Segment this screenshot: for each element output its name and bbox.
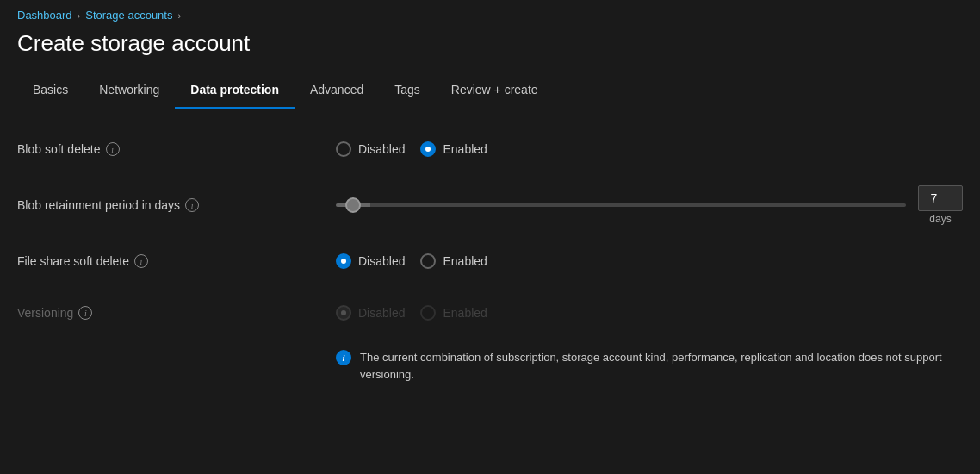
versioning-info-icon[interactable]: i <box>78 306 92 320</box>
blob-soft-delete-options: Disabled Enabled <box>336 141 487 157</box>
tab-review-create[interactable]: Review + create <box>436 74 554 109</box>
blob-enabled-label: Enabled <box>443 142 487 156</box>
tab-data-protection[interactable]: Data protection <box>175 74 295 109</box>
file-enabled-option[interactable]: Enabled <box>420 253 487 269</box>
file-share-options: Disabled Enabled <box>336 253 487 269</box>
blob-retention-row: Blob retainment period in days i days <box>17 185 963 225</box>
blob-retention-days-box: days <box>918 185 963 225</box>
tab-basics[interactable]: Basics <box>17 74 84 109</box>
breadcrumb-chevron-1: › <box>78 10 81 21</box>
breadcrumb-chevron-2: › <box>177 10 181 21</box>
file-share-soft-delete-label: File share soft delete i <box>17 254 336 268</box>
versioning-disabled-radio <box>336 305 351 321</box>
versioning-row: Versioning i Disabled Enabled <box>17 297 963 328</box>
versioning-info-message: i The current combination of subscriptio… <box>336 349 963 383</box>
file-enabled-radio[interactable] <box>420 253 436 269</box>
versioning-disabled-label: Disabled <box>358 306 405 320</box>
file-disabled-option[interactable]: Disabled <box>336 253 405 269</box>
file-share-soft-delete-row: File share soft delete i Disabled Enable… <box>17 246 963 277</box>
blob-disabled-radio[interactable] <box>336 141 351 157</box>
tabs-bar: Basics Networking Data protection Advanc… <box>0 74 980 109</box>
page-title: Create storage account <box>0 27 980 74</box>
versioning-enabled-option: Enabled <box>420 305 487 321</box>
blob-retention-slider-container <box>336 203 906 207</box>
versioning-info-text: The current combination of subscription,… <box>360 349 963 383</box>
breadcrumb-dashboard[interactable]: Dashboard <box>17 9 72 22</box>
blob-retention-info-icon[interactable]: i <box>185 198 199 212</box>
blob-retention-days-label: days <box>929 213 951 225</box>
breadcrumb-storage-accounts[interactable]: Storage accounts <box>85 9 172 22</box>
versioning-enabled-label: Enabled <box>443 306 487 320</box>
file-share-info-icon[interactable]: i <box>134 254 148 268</box>
blob-enabled-option[interactable]: Enabled <box>420 141 487 157</box>
blob-retention-slider[interactable] <box>336 203 906 207</box>
tab-tags[interactable]: Tags <box>379 74 436 109</box>
tab-networking[interactable]: Networking <box>84 74 175 109</box>
file-enabled-label: Enabled <box>443 254 487 268</box>
tab-advanced[interactable]: Advanced <box>295 74 379 109</box>
versioning-info-circle-icon: i <box>336 350 351 365</box>
blob-soft-delete-info-icon[interactable]: i <box>106 142 120 156</box>
blob-disabled-label: Disabled <box>358 142 405 156</box>
versioning-enabled-radio <box>420 305 436 321</box>
blob-retention-label: Blob retainment period in days i <box>17 198 336 212</box>
blob-disabled-option[interactable]: Disabled <box>336 141 405 157</box>
versioning-options: Disabled Enabled <box>336 305 487 321</box>
file-disabled-radio[interactable] <box>336 253 351 269</box>
versioning-disabled-option: Disabled <box>336 305 405 321</box>
blob-retention-days-input[interactable] <box>918 185 963 211</box>
blob-soft-delete-row: Blob soft delete i Disabled Enabled <box>17 134 963 165</box>
blob-soft-delete-label: Blob soft delete i <box>17 142 336 156</box>
breadcrumb: Dashboard › Storage accounts › <box>0 0 980 27</box>
versioning-label: Versioning i <box>17 306 336 320</box>
blob-enabled-radio[interactable] <box>420 141 436 157</box>
blob-retention-slider-row: days <box>336 185 963 225</box>
file-disabled-label: Disabled <box>358 254 405 268</box>
form-content: Blob soft delete i Disabled Enabled Blob… <box>0 109 980 400</box>
